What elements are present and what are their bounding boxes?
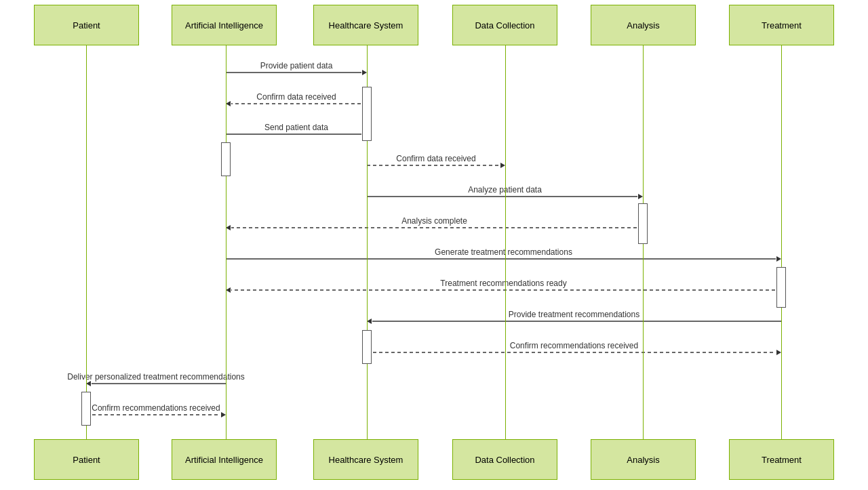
activation-act1 bbox=[362, 87, 372, 141]
svg-marker-25 bbox=[367, 319, 372, 324]
svg-marker-4 bbox=[226, 101, 231, 106]
svg-marker-31 bbox=[86, 381, 91, 386]
svg-text:Confirm recommendations receiv: Confirm recommendations received bbox=[510, 341, 638, 350]
lifeline-box-bottom-datacollection: Data Collection bbox=[452, 439, 557, 480]
svg-text:Deliver personalized treatment: Deliver personalized treatment recommend… bbox=[67, 372, 244, 382]
lifeline-box-bottom-patient: Patient bbox=[34, 439, 139, 480]
lifeline-datacollection bbox=[505, 45, 506, 439]
svg-text:Analysis complete: Analysis complete bbox=[401, 216, 467, 226]
lifeline-treatment bbox=[781, 45, 782, 439]
lifeline-box-top-patient: Patient bbox=[34, 5, 139, 45]
activation-act5 bbox=[362, 330, 372, 364]
svg-text:Treatment recommendations read: Treatment recommendations ready bbox=[440, 279, 566, 288]
sequence-diagram: Provide patient dataConfirm data receive… bbox=[0, 0, 868, 490]
svg-text:Confirm recommendations receiv: Confirm recommendations received bbox=[92, 403, 220, 413]
lifeline-box-bottom-ai: Artificial Intelligence bbox=[172, 439, 277, 480]
lifeline-ai bbox=[226, 45, 226, 439]
lifeline-box-bottom-treatment: Treatment bbox=[729, 439, 834, 480]
lifeline-box-top-treatment: Treatment bbox=[729, 5, 834, 45]
lifeline-box-bottom-healthcare: Healthcare System bbox=[313, 439, 418, 480]
activation-act6 bbox=[81, 392, 91, 426]
svg-text:Send patient data: Send patient data bbox=[264, 123, 328, 132]
lifeline-box-top-datacollection: Data Collection bbox=[452, 5, 557, 45]
lifeline-box-top-analysis: Analysis bbox=[591, 5, 696, 45]
svg-text:Provide treatment recommendati: Provide treatment recommendations bbox=[509, 310, 639, 319]
lifeline-box-top-ai: Artificial Intelligence bbox=[172, 5, 277, 45]
lifeline-patient bbox=[86, 45, 87, 439]
lifeline-box-bottom-analysis: Analysis bbox=[591, 439, 696, 480]
svg-text:Provide patient data: Provide patient data bbox=[260, 61, 333, 70]
svg-text:Generate treatment recommendat: Generate treatment recommendations bbox=[435, 247, 572, 257]
lifeline-box-top-healthcare: Healthcare System bbox=[313, 5, 418, 45]
svg-marker-16 bbox=[226, 225, 231, 230]
activation-act4 bbox=[776, 267, 786, 308]
activation-act3 bbox=[638, 203, 648, 244]
svg-text:Confirm data received: Confirm data received bbox=[396, 154, 475, 163]
svg-text:Confirm data received: Confirm data received bbox=[256, 92, 336, 102]
svg-marker-22 bbox=[226, 287, 231, 293]
activation-act2 bbox=[221, 142, 231, 176]
